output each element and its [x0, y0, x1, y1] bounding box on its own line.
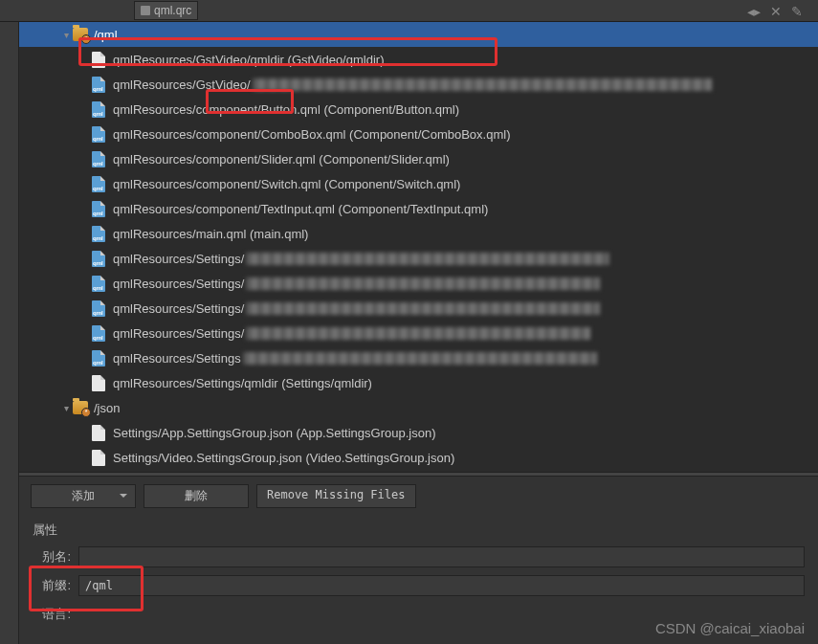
- file-path: Settings/Video.SettingsGroup.json (Video…: [113, 451, 454, 465]
- tree-file-row[interactable]: qmlResources/Settings: [19, 345, 818, 370]
- nav-icon[interactable]: ◂▸: [747, 4, 761, 19]
- redacted-text: [246, 327, 590, 340]
- tree-file-row[interactable]: qmlResources/component/Button.qml (Compo…: [19, 97, 818, 122]
- tool-strip: ◂▸ ✕ ✎: [747, 0, 803, 22]
- resource-tree: ▾ * /qml qmlResources/GstVideo/qmldir (G…: [19, 22, 818, 472]
- qml-file-icon: [92, 350, 105, 366]
- file-path-part: qmlResources: [113, 102, 192, 117]
- add-button[interactable]: 添加: [31, 484, 136, 508]
- file-path: qmlResources/Settings/: [113, 326, 244, 341]
- tab-title: qml.qrc: [154, 4, 191, 17]
- folder-icon: *: [73, 401, 88, 414]
- qml-file-icon: [92, 126, 105, 143]
- tree-file-row[interactable]: Settings/Video.SettingsGroup.json (Video…: [19, 445, 818, 470]
- close-icon[interactable]: ✕: [770, 4, 782, 19]
- lang-label: 语言:: [33, 606, 71, 623]
- qml-file-icon: [92, 325, 105, 342]
- button-row: 添加 删除 Remove Missing Files: [19, 477, 818, 516]
- tree-file-row[interactable]: qmlResources/component/TextInput.qml (Co…: [19, 196, 818, 221]
- tree-file-row[interactable]: qmlResources/GstVideo/: [19, 72, 818, 97]
- file-path: qmlResources/GstVideo/: [113, 78, 251, 92]
- collapse-icon[interactable]: ▾: [59, 30, 73, 40]
- collapse-icon[interactable]: ▾: [59, 403, 73, 413]
- folder-icon: *: [73, 28, 88, 41]
- file-icon: [92, 450, 105, 466]
- tree-file-row[interactable]: qmlResources/GstVideo/qmldir (GstVideo/q…: [19, 47, 818, 72]
- left-gutter: [0, 22, 19, 644]
- qml-file-icon: [92, 77, 105, 93]
- redacted-text: [253, 78, 712, 91]
- alias-label: 别名:: [33, 548, 71, 566]
- node-label: /qml: [94, 28, 118, 42]
- file-path: qmlResources/Settings/: [113, 277, 244, 291]
- tree-file-row[interactable]: qmlResources/component/ComboBox.qml (Com…: [19, 122, 818, 146]
- qml-file-icon: [92, 226, 105, 242]
- file-path: qmlResources/component/Switch.qml (Compo…: [113, 177, 460, 191]
- watermark: CSDN @caicai_xiaobai: [655, 620, 805, 636]
- redacted-text: [243, 352, 597, 365]
- prefix-label: 前缀:: [33, 577, 71, 594]
- editor-tab[interactable]: qml.qrc: [134, 1, 198, 20]
- file-path: qmlResources/Settings/: [113, 301, 244, 316]
- file-path-component: /component/: [192, 102, 261, 117]
- file-path: qmlResources/Settings/: [113, 252, 244, 266]
- qml-file-icon: [92, 101, 105, 118]
- prefix-node-qml[interactable]: ▾ * /qml: [19, 22, 818, 47]
- tab-bar: qml.qrc: [0, 0, 818, 22]
- tree-file-row[interactable]: qmlResources/main.qml (main.qml): [19, 221, 818, 246]
- delete-button[interactable]: 删除: [144, 484, 249, 508]
- prefix-row: 前缀:: [19, 571, 818, 600]
- file-path: qmlResources/Settings/qmldir (Settings/q…: [113, 376, 372, 390]
- remove-missing-button[interactable]: Remove Missing Files: [256, 484, 416, 508]
- tree-file-row[interactable]: qmlResources/Settings/: [19, 321, 818, 345]
- tree-file-row[interactable]: qmlResources/Settings/: [19, 271, 818, 296]
- tree-file-row[interactable]: qmlResources/Settings/qmldir (Settings/q…: [19, 370, 818, 395]
- file-path: qmlResources/Settings: [113, 351, 241, 366]
- qml-file-icon: [92, 176, 105, 192]
- file-icon: [92, 52, 105, 68]
- file-path: qmlResources/component/Slider.qml (Compo…: [113, 152, 450, 167]
- tree-file-row[interactable]: qmlResources/Settings/: [19, 296, 818, 321]
- edit-icon[interactable]: ✎: [791, 4, 803, 19]
- alias-input[interactable]: [78, 546, 805, 567]
- redacted-text: [246, 302, 600, 315]
- qrc-icon: [141, 6, 150, 15]
- properties-heading: 属性: [19, 516, 818, 543]
- qml-file-icon: [92, 251, 105, 267]
- qml-file-icon: [92, 276, 105, 292]
- file-path-part: Button.qml (Component/Button.qml): [261, 102, 459, 117]
- redacted-text: [246, 253, 609, 265]
- tree-file-row[interactable]: qmlResources/Settings/: [19, 246, 818, 271]
- file-path: qmlResources/main.qml (main.qml): [113, 227, 308, 241]
- file-icon: [92, 425, 105, 441]
- tree-file-row[interactable]: Settings/App.SettingsGroup.json (App.Set…: [19, 420, 818, 445]
- alias-row: 别名:: [19, 543, 818, 571]
- prefix-node-json[interactable]: ▾ * /json: [19, 395, 818, 420]
- tree-file-row[interactable]: qmlResources/component/Slider.qml (Compo…: [19, 146, 818, 171]
- qml-file-icon: [92, 201, 105, 217]
- file-path: Settings/App.SettingsGroup.json (App.Set…: [113, 426, 435, 440]
- file-path: qmlResources/component/ComboBox.qml (Com…: [113, 127, 510, 142]
- qml-file-icon: [92, 151, 105, 167]
- prefix-input[interactable]: [78, 575, 805, 596]
- qml-file-icon: [92, 300, 105, 317]
- file-path: qmlResources/component/TextInput.qml (Co…: [113, 202, 488, 216]
- redacted-text: [246, 278, 600, 290]
- properties-panel: 添加 删除 Remove Missing Files 属性 别名: 前缀: 语言…: [19, 477, 818, 644]
- file-path: qmlResources/GstVideo/qmldir (GstVideo/q…: [113, 53, 384, 67]
- tree-file-row[interactable]: qmlResources/component/Switch.qml (Compo…: [19, 171, 818, 196]
- node-label: /json: [94, 401, 120, 415]
- file-icon: [92, 375, 105, 391]
